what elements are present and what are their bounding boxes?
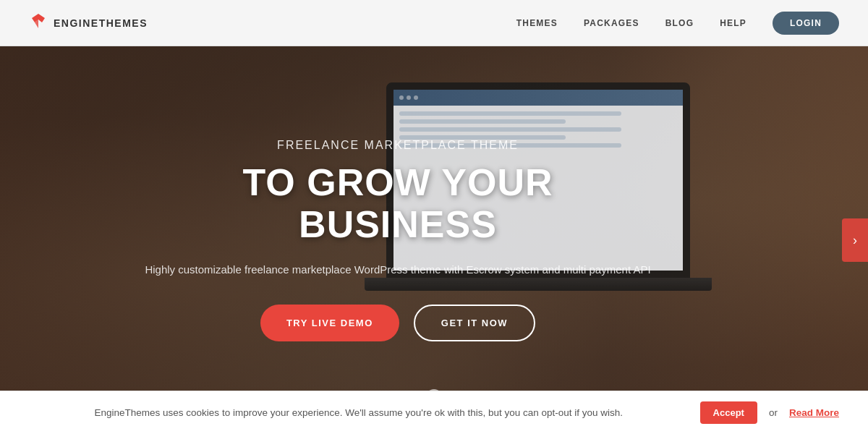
read-more-link[interactable]: Read More: [789, 407, 839, 418]
nav-help[interactable]: HELP: [720, 18, 746, 28]
chevron-right-icon: ›: [853, 233, 857, 248]
hero-section: FREELANCE MARKETPLACE THEME TO GROW YOUR…: [0, 46, 868, 434]
login-button[interactable]: LOGIN: [773, 12, 839, 35]
hero-subtitle: FREELANCE MARKETPLACE THEME: [145, 139, 651, 152]
hero-cta-buttons: TRY LIVE DEMO GET IT NOW: [145, 305, 651, 341]
nav-packages[interactable]: PACKAGES: [584, 18, 639, 28]
hero-title: TO GROW YOUR BUSINESS: [145, 162, 651, 244]
main-nav: THEMES PACKAGES BLOG HELP LOGIN: [516, 12, 839, 35]
hero-content: FREELANCE MARKETPLACE THEME TO GROW YOUR…: [145, 139, 651, 341]
side-arrow-button[interactable]: ›: [842, 218, 868, 262]
cookie-or-text: or: [769, 407, 778, 418]
try-live-demo-button[interactable]: TRY LIVE DEMO: [260, 305, 399, 341]
accept-cookies-button[interactable]: Accept: [700, 401, 757, 424]
cookie-banner: EngineThemes uses cookies to improve you…: [0, 391, 868, 434]
site-header: ENGINETHEMES THEMES PACKAGES BLOG HELP L…: [0, 0, 868, 46]
nav-blog[interactable]: BLOG: [665, 18, 694, 28]
logo[interactable]: ENGINETHEMES: [29, 12, 148, 34]
logo-icon: [29, 12, 48, 34]
get-it-now-button[interactable]: GET IT NOW: [414, 305, 535, 341]
cookie-message: EngineThemes uses cookies to improve you…: [95, 407, 624, 418]
logo-text: ENGINETHEMES: [54, 17, 148, 29]
cookie-text: EngineThemes uses cookies to improve you…: [29, 407, 689, 418]
nav-themes[interactable]: THEMES: [516, 18, 558, 28]
hero-description: Highly customizable freelance marketplac…: [145, 261, 651, 278]
